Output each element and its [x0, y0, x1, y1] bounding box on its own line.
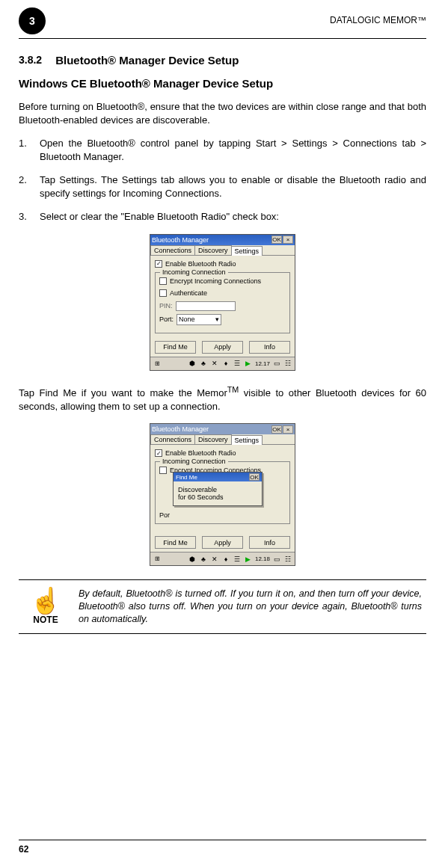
step-3-number: 3. — [19, 210, 40, 224]
find-me-button[interactable]: Find Me — [155, 341, 196, 354]
tray-icon-2-2: ♣ — [199, 555, 208, 564]
step-1: 1. Open the Bluetooth® control panel by … — [19, 137, 426, 163]
port-label-partial: Por — [159, 511, 170, 519]
authenticate-checkbox[interactable] — [159, 289, 167, 297]
close-button-2[interactable]: × — [283, 425, 293, 434]
chevron-down-icon: ▾ — [215, 316, 219, 323]
tab-settings-2[interactable]: Settings — [231, 435, 263, 445]
tray-icon-2-1: ⬢ — [188, 555, 197, 564]
ok-button[interactable]: OK — [271, 236, 282, 244]
tab-row-2: Connections Discovery Settings — [150, 434, 295, 445]
tray-icon-2-3: ✕ — [210, 555, 219, 564]
taskbar-2: ⊞ ⬢ ♣ ✕ ♦ ☰ ▶ 12.18 ▭ ☷ — [150, 552, 295, 565]
tray-icon-2-8: ☷ — [283, 555, 292, 564]
window-title: Bluetooth Manager — [152, 236, 209, 244]
section-heading-row: 3.8.2 Bluetooth® Manager Device Setup — [19, 54, 426, 67]
window-title-2: Bluetooth Manager — [152, 425, 209, 433]
ok-button-2[interactable]: OK — [271, 425, 282, 434]
tray-icon-7: ▭ — [272, 359, 281, 368]
tab-settings[interactable]: Settings — [231, 246, 263, 256]
tm-mark: TM — [227, 385, 239, 394]
authenticate-label: Authenticate — [170, 289, 207, 297]
start-icon[interactable]: ⊞ — [153, 359, 162, 368]
tab-row: Connections Discovery Settings — [150, 245, 295, 256]
settings-panel-2: ✓ Enable Bluetooth Radio Incoming Connec… — [150, 445, 295, 533]
encrypt-checkbox-2[interactable] — [159, 467, 167, 474]
port-label: Port: — [159, 316, 174, 323]
find-me-dialog: Find Me OK Discoverable for 60 Seconds — [173, 472, 263, 506]
page-number: 62 — [19, 844, 28, 855]
apply-button-2[interactable]: Apply — [202, 536, 243, 549]
apply-button[interactable]: Apply — [202, 341, 243, 354]
section-number: 3.8.2 — [19, 54, 42, 67]
encrypt-label: Encrypt Incoming Connections — [170, 277, 261, 285]
button-row: Find Me Apply Info — [150, 338, 295, 357]
page-footer: 62 — [19, 840, 426, 855]
incoming-legend-2: Incoming Connection — [160, 458, 228, 465]
find-me-dialog-line-2: for 60 Seconds — [178, 493, 257, 501]
tray-icon-2-6: ▶ — [244, 555, 253, 564]
tray-icon-2-5: ☰ — [233, 555, 242, 564]
tab-connections-2[interactable]: Connections — [150, 434, 195, 444]
find-me-paragraph: Tap Find Me if you want to make the Memo… — [19, 384, 426, 413]
find-me-dialog-title: Find Me — [176, 474, 197, 481]
taskbar: ⊞ ⬢ ♣ ✕ ♦ ☰ ▶ 12.17 ▭ ☷ — [150, 357, 295, 370]
port-select[interactable]: None ▾ — [177, 314, 221, 325]
find-me-dialog-body: Discoverable for 60 Seconds — [174, 481, 262, 505]
step-1-number: 1. — [19, 137, 40, 163]
find-me-dialog-titlebar: Find Me OK — [174, 473, 262, 481]
info-button[interactable]: Info — [249, 341, 290, 354]
find-me-button-2[interactable]: Find Me — [155, 536, 196, 549]
incoming-connection-fieldset: Incoming Connection Encrypt Incoming Con… — [155, 272, 290, 333]
product-name: DATALOGIC MEMOR™ — [330, 15, 426, 25]
section-subtitle: Windows CE Bluetooth® Manager Device Set… — [19, 77, 426, 90]
tab-discovery[interactable]: Discovery — [194, 245, 232, 255]
section-title: Bluetooth® Manager Device Setup — [55, 54, 239, 67]
enable-bluetooth-checkbox-2[interactable]: ✓ — [155, 449, 162, 457]
step-3-text: Select or clear the "Enable Bluetooth Ra… — [40, 210, 426, 224]
tray-icon-2-4: ♦ — [221, 555, 230, 564]
tray-icon-1: ⬢ — [188, 359, 197, 368]
tray-icon-2-7: ▭ — [272, 555, 281, 564]
pin-label: PIN: — [159, 302, 173, 310]
step-3: 3. Select or clear the "Enable Bluetooth… — [19, 210, 426, 224]
step-2-text: Tap Settings. The Settings tab allows yo… — [40, 173, 426, 200]
findme-text-before: Tap Find Me if you want to make the Memo… — [19, 387, 227, 398]
tray-icon-5: ☰ — [233, 359, 242, 368]
chapter-badge: 3 — [19, 7, 46, 34]
note-icon-cell: ☝ NOTE — [23, 588, 68, 626]
enable-bluetooth-label-2: Enable Bluetooth Radio — [165, 449, 236, 457]
note-label: NOTE — [23, 615, 68, 625]
screenshot-1: Bluetooth Manager OK × Connections Disco… — [19, 234, 426, 371]
screenshot-2: Bluetooth Manager OK × Connections Disco… — [19, 423, 426, 566]
note-box: ☝ NOTE By default, Bluetooth® is turned … — [19, 579, 426, 634]
page-header: 3 DATALOGIC MEMOR™ — [19, 15, 426, 39]
close-button[interactable]: × — [283, 236, 293, 244]
tray-icon-6: ▶ — [244, 359, 253, 368]
step-2: 2. Tap Settings. The Settings tab allows… — [19, 173, 426, 200]
tray-icon-3: ✕ — [210, 359, 219, 368]
hand-icon: ☝ — [23, 588, 68, 613]
tray-icon-4: ♦ — [221, 359, 230, 368]
window-titlebar: Bluetooth Manager OK × — [150, 235, 295, 245]
encrypt-checkbox[interactable] — [159, 277, 167, 285]
window-titlebar-2: Bluetooth Manager OK × — [150, 424, 295, 434]
incoming-legend: Incoming Connection — [160, 268, 228, 276]
taskbar-clock-2: 12.18 — [255, 555, 270, 562]
button-row-2: Find Me Apply Info — [150, 533, 295, 552]
info-button-2[interactable]: Info — [249, 536, 290, 549]
tab-connections[interactable]: Connections — [150, 245, 195, 255]
step-2-number: 2. — [19, 173, 40, 200]
settings-panel: ✓ Enable Bluetooth Radio Incoming Connec… — [150, 256, 295, 338]
find-me-dialog-ok[interactable]: OK — [249, 473, 260, 481]
bluetooth-manager-window: Bluetooth Manager OK × Connections Disco… — [150, 234, 295, 371]
step-1-text: Open the Bluetooth® control panel by tap… — [40, 137, 426, 163]
enable-bluetooth-checkbox[interactable]: ✓ — [155, 260, 162, 268]
find-me-dialog-line-1: Discoverable — [178, 486, 257, 493]
pin-input[interactable] — [176, 301, 236, 311]
intro-paragraph: Before turning on Bluetooth®, ensure tha… — [19, 100, 426, 126]
start-icon-2[interactable]: ⊞ — [153, 555, 162, 564]
note-text: By default, Bluetooth® is turned off. If… — [79, 588, 422, 626]
tab-discovery-2[interactable]: Discovery — [194, 434, 232, 444]
bluetooth-manager-window-findme: Bluetooth Manager OK × Connections Disco… — [150, 423, 295, 566]
